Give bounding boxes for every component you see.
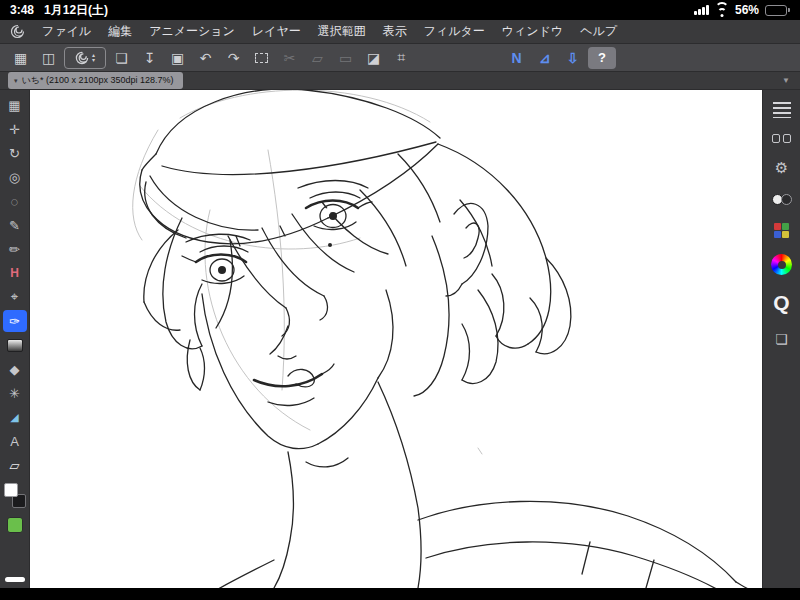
tool-pen[interactable]: ✎ xyxy=(3,214,27,236)
current-color-swatch[interactable] xyxy=(7,517,23,533)
gradient-swatch-icon xyxy=(7,339,23,352)
ipad-status-bar: 3:48 1月12日(土) 56% xyxy=(0,0,800,20)
tab-caret-icon: ▾ xyxy=(14,77,18,85)
menu-selection[interactable]: 選択範囲 xyxy=(318,23,366,40)
battery-icon xyxy=(765,5,790,16)
menu-bar: ファイル 編集 アニメーション レイヤー 選択範囲 表示 フィルター ウィンドウ… xyxy=(0,20,800,44)
fill-button[interactable]: ◪ xyxy=(361,47,386,69)
import-download-button[interactable]: ⇩ xyxy=(560,47,585,69)
frame-button[interactable]: ⌗ xyxy=(389,47,414,69)
tool-decoration[interactable]: ✳ xyxy=(3,382,27,404)
menu-layer[interactable]: レイヤー xyxy=(252,23,301,40)
material-panel-icon[interactable]: ❏ xyxy=(775,331,788,347)
menu-view[interactable]: 表示 xyxy=(383,23,407,40)
tool-gradient[interactable] xyxy=(3,334,27,356)
battery-percent: 56% xyxy=(735,3,759,17)
menu-window[interactable]: ウィンドウ xyxy=(502,23,563,40)
menu-animation[interactable]: アニメーション xyxy=(149,23,235,40)
n-tool-button[interactable]: N xyxy=(504,47,529,69)
clock: 3:48 xyxy=(10,3,34,17)
publish-button[interactable]: ▣ xyxy=(165,47,190,69)
select-area-button[interactable] xyxy=(249,47,274,69)
color-set-panel-icon[interactable] xyxy=(774,223,789,238)
menu-file[interactable]: ファイル xyxy=(42,23,91,40)
tool-hand[interactable]: ✛ xyxy=(3,118,27,140)
workspace-grid-button[interactable]: ▦ xyxy=(8,47,33,69)
paste-button[interactable]: ▭ xyxy=(333,47,358,69)
help-button[interactable]: ? xyxy=(588,47,616,69)
tool-property-panel-icon[interactable]: ⚙ xyxy=(775,159,788,177)
new-canvas-button[interactable]: ❏ xyxy=(109,47,134,69)
tool-rotate[interactable]: ↻ xyxy=(3,142,27,164)
tool-blend[interactable]: ◆ xyxy=(3,358,27,380)
tool-operation[interactable]: ⌖ xyxy=(3,286,27,308)
clip-studio-launcher-button[interactable]: ▴▾ xyxy=(64,47,106,69)
main-sub-color-swatches[interactable] xyxy=(3,483,27,508)
color-wheel-panel-icon[interactable] xyxy=(771,254,792,275)
tool-workspace[interactable]: ▦ xyxy=(3,94,27,116)
main-toolbar: ▦ ◫ ▴▾ ❏ ↧ ▣ ↶ ↷ ✂ ▱ ▭ ◪ ⌗ N ⊿ ⇩ ? xyxy=(0,44,800,72)
menu-filter[interactable]: フィルター xyxy=(424,23,485,40)
document-tab-bar: ▾ いち* (2100 x 2100px 350dpi 128.7%) ▼ xyxy=(0,72,800,90)
menu-edit[interactable]: 編集 xyxy=(108,23,132,40)
undo-button[interactable]: ↶ xyxy=(193,47,218,69)
tool-eraser[interactable]: ▱ xyxy=(3,454,27,476)
tool-figure[interactable]: ◢ xyxy=(3,406,27,428)
tool-airbrush-selected[interactable]: ✑ xyxy=(3,310,27,332)
wifi-icon xyxy=(715,5,729,16)
bottom-bezel xyxy=(0,588,800,600)
right-panel-strip: ⚙ Q ❏ xyxy=(763,90,800,588)
redo-button[interactable]: ↷ xyxy=(221,47,246,69)
date: 1月12日(土) xyxy=(44,2,108,19)
tool-lasso[interactable]: ◌ xyxy=(3,190,27,212)
color-circles-panel-icon[interactable] xyxy=(772,193,792,207)
tool-pencil[interactable]: ✏ xyxy=(3,238,27,260)
cellular-signal-icon xyxy=(694,5,709,15)
sub-tool-panel-icon[interactable] xyxy=(772,134,791,143)
palette-handle[interactable] xyxy=(5,577,25,582)
document-tab-label: いち* (2100 x 2100px 350dpi 128.7%) xyxy=(22,74,174,87)
clip-studio-paint-app: 3:48 1月12日(土) 56% ファイル 編集 アニメーション レイヤー 選… xyxy=(0,0,800,600)
tab-overflow-caret-icon[interactable]: ▼ xyxy=(782,76,794,85)
launcher-chevrons-icon: ▴▾ xyxy=(92,53,95,63)
clip-studio-logo-icon[interactable] xyxy=(10,24,25,39)
quick-access-panel-icon[interactable]: Q xyxy=(773,291,789,315)
document-tab[interactable]: ▾ いち* (2100 x 2100px 350dpi 128.7%) xyxy=(8,72,183,89)
workspace: ▦ ✛ ↻ ◎ ◌ ✎ ✏ H ⌖ ✑ ◆ ✳ ◢ A ▱ xyxy=(0,90,800,588)
cut-button[interactable]: ✂ xyxy=(277,47,302,69)
copy-button[interactable]: ▱ xyxy=(305,47,330,69)
tool-palette: ▦ ✛ ↻ ◎ ◌ ✎ ✏ H ⌖ ✑ ◆ ✳ ◢ A ▱ xyxy=(0,90,30,588)
brush-size-panel-icon[interactable] xyxy=(773,102,791,118)
canvas[interactable] xyxy=(30,90,763,588)
marquee-icon xyxy=(255,53,268,63)
tool-marker[interactable]: H xyxy=(3,262,27,284)
menu-help[interactable]: ヘルプ xyxy=(580,23,617,40)
save-button[interactable]: ↧ xyxy=(137,47,162,69)
tool-text[interactable]: A xyxy=(3,430,27,452)
clip-studio-swirl-icon xyxy=(75,51,89,65)
main-color-swatch[interactable] xyxy=(4,483,18,497)
canvas-artwork xyxy=(30,90,762,588)
perspective-ruler-button[interactable]: ⊿ xyxy=(532,47,557,69)
screen-share-button[interactable]: ◫ xyxy=(36,47,61,69)
tool-zoom[interactable]: ◎ xyxy=(3,166,27,188)
